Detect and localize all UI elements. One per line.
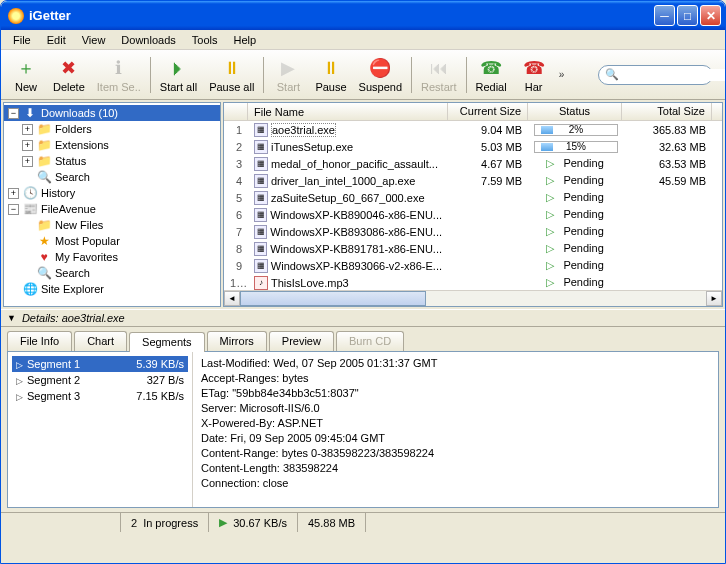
h-scrollbar[interactable]: ◄ ► (224, 290, 722, 306)
tree-newfiles[interactable]: 📁New Files (4, 217, 220, 233)
statusbar: 2In progress ▶30.67 KB/s 45.88 MB (1, 512, 725, 532)
toolbar-har[interactable]: ☎Har (513, 54, 555, 95)
toolbar-pauseall[interactable]: ⏸Pause all (203, 54, 260, 95)
folder-icon: 📁 (36, 217, 52, 233)
toolbar: ＋New✖DeleteℹItem Se..⏵Start all⏸Pause al… (1, 50, 725, 100)
menu-downloads[interactable]: Downloads (113, 32, 183, 48)
tab-mirrors[interactable]: Mirrors (207, 331, 267, 351)
col-currentsize[interactable]: Current Size (448, 103, 528, 120)
tree-panel[interactable]: −⬇Downloads (10) +📁Folders +📁Extensions … (3, 102, 221, 307)
play-icon: ▷ (546, 259, 554, 271)
toolbar-delete[interactable]: ✖Delete (47, 54, 91, 95)
folder-icon: 📁 (36, 121, 52, 137)
menu-file[interactable]: File (5, 32, 39, 48)
minimize-button[interactable]: ─ (654, 5, 675, 26)
segment-row[interactable]: ▷Segment 15.39 KB/s (12, 356, 188, 372)
file-row[interactable]: 5▦zaSuiteSetup_60_667_000.exe▷ Pending (224, 189, 722, 206)
scroll-left-icon[interactable]: ◄ (224, 291, 240, 306)
detail-tabs: File Info Chart Segments Mirrors Preview… (1, 327, 725, 351)
col-status[interactable]: Status (528, 103, 622, 120)
menu-edit[interactable]: Edit (39, 32, 74, 48)
tab-preview[interactable]: Preview (269, 331, 334, 351)
tree-folders[interactable]: +📁Folders (4, 121, 220, 137)
file-row[interactable]: 8▦WindowsXP-KB891781-x86-ENU...▷ Pending (224, 240, 722, 257)
col-filename[interactable]: File Name (248, 103, 448, 120)
detail-pane: ▷Segment 15.39 KB/s▷Segment 2327 B/s▷Seg… (7, 351, 719, 508)
header-line: X-Powered-By: ASP.NET (201, 416, 710, 431)
tab-burncd[interactable]: Burn CD (336, 331, 404, 351)
toolbar-start: ▶Start (267, 54, 309, 95)
file-row[interactable]: 4▦driver_lan_intel_1000_ap.exe7.59 MB▷ P… (224, 172, 722, 189)
titlebar[interactable]: iGetter ─ □ ✕ (1, 1, 725, 30)
play-icon: ▷ (546, 191, 554, 203)
folder-icon: 📁 (36, 153, 52, 169)
window-title: iGetter (29, 8, 654, 23)
expand-icon[interactable]: + (22, 124, 33, 135)
tab-chart[interactable]: Chart (74, 331, 127, 351)
expand-icon[interactable]: + (8, 188, 19, 199)
col-num[interactable] (224, 103, 248, 120)
toolbar-pause[interactable]: ⏸Pause (309, 54, 352, 95)
file-row[interactable]: 6▦WindowsXP-KB890046-x86-ENU...▷ Pending (224, 206, 722, 223)
tree-siteexplorer[interactable]: +🌐Site Explorer (4, 281, 220, 297)
collapse-icon[interactable]: − (8, 108, 19, 119)
tree-history[interactable]: +🕓History (4, 185, 220, 201)
tree-downloads[interactable]: −⬇Downloads (10) (4, 105, 220, 121)
toolbar-overflow-icon[interactable]: » (555, 69, 569, 80)
toolbar-startall[interactable]: ⏵Start all (154, 54, 203, 95)
play-icon: ▶ (219, 516, 227, 529)
expand-icon[interactable]: + (22, 156, 33, 167)
app-file-icon: ▦ (254, 174, 268, 188)
header-line: Connection: close (201, 476, 710, 491)
scroll-right-icon[interactable]: ► (706, 291, 722, 306)
status-size: 45.88 MB (298, 513, 366, 532)
toolbar-new[interactable]: ＋New (5, 54, 47, 95)
segment-row[interactable]: ▷Segment 2327 B/s (12, 372, 188, 388)
header-line: Content-Range: bytes 0-383598223/3835982… (201, 446, 710, 461)
segment-row[interactable]: ▷Segment 37.15 KB/s (12, 388, 188, 404)
header-line: Accept-Ranges: bytes (201, 371, 710, 386)
app-icon (8, 8, 24, 24)
file-list: File Name Current Size Status Total Size… (223, 102, 723, 307)
search-input[interactable] (623, 69, 726, 81)
collapse-icon[interactable]: − (8, 204, 19, 215)
file-row[interactable]: 9▦WindowsXP-KB893066-v2-x86-E...▷ Pendin… (224, 257, 722, 274)
menu-view[interactable]: View (74, 32, 114, 48)
tree-search[interactable]: 🔍Search (4, 169, 220, 185)
file-row[interactable]: 10♪ThisIsLove.mp3▷ Pending (224, 274, 722, 290)
tree-myfavorites[interactable]: ♥My Favorites (4, 249, 220, 265)
tree-fileavenue[interactable]: −📰FileAvenue (4, 201, 220, 217)
header-line: Server: Microsoft-IIS/6.0 (201, 401, 710, 416)
menu-help[interactable]: Help (225, 32, 264, 48)
expand-icon[interactable]: + (22, 140, 33, 151)
segment-list[interactable]: ▷Segment 15.39 KB/s▷Segment 2327 B/s▷Seg… (8, 352, 193, 507)
tree-fa-search[interactable]: 🔍Search (4, 265, 220, 281)
tree-extensions[interactable]: +📁Extensions (4, 137, 220, 153)
search-icon: 🔍 (605, 68, 619, 81)
play-icon: ▷ (546, 225, 554, 237)
details-header[interactable]: ▼ Details: aoe3trial.exe (1, 309, 725, 327)
maximize-button[interactable]: □ (677, 5, 698, 26)
tab-fileinfo[interactable]: File Info (7, 331, 72, 351)
col-totalsize[interactable]: Total Size (622, 103, 712, 120)
menu-tools[interactable]: Tools (184, 32, 226, 48)
app-file-icon: ▦ (254, 191, 268, 205)
search-box[interactable]: 🔍▼ (598, 65, 713, 85)
toolbar-suspend[interactable]: ⛔Suspend (353, 54, 408, 95)
search-icon: 🔍 (36, 169, 52, 185)
file-list-header[interactable]: File Name Current Size Status Total Size (224, 103, 722, 121)
folder-icon: 📁 (36, 137, 52, 153)
search-icon: 🔍 (36, 265, 52, 281)
heart-icon: ♥ (36, 249, 52, 265)
file-row[interactable]: 3▦medal_of_honor_pacific_assault...4.67 … (224, 155, 722, 172)
tree-status[interactable]: +📁Status (4, 153, 220, 169)
app-file-icon: ▦ (254, 242, 267, 256)
history-icon: 🕓 (22, 185, 38, 201)
tab-segments[interactable]: Segments (129, 332, 205, 352)
close-button[interactable]: ✕ (700, 5, 721, 26)
toolbar-redial[interactable]: ☎Redial (470, 54, 513, 95)
file-row[interactable]: 2▦iTunesSetup.exe5.03 MB15%32.63 MB (224, 138, 722, 155)
file-row[interactable]: 1▦aoe3trial.exe9.04 MB2%365.83 MB (224, 121, 722, 138)
file-row[interactable]: 7▦WindowsXP-KB893086-x86-ENU...▷ Pending (224, 223, 722, 240)
tree-mostpopular[interactable]: ★Most Popular (4, 233, 220, 249)
